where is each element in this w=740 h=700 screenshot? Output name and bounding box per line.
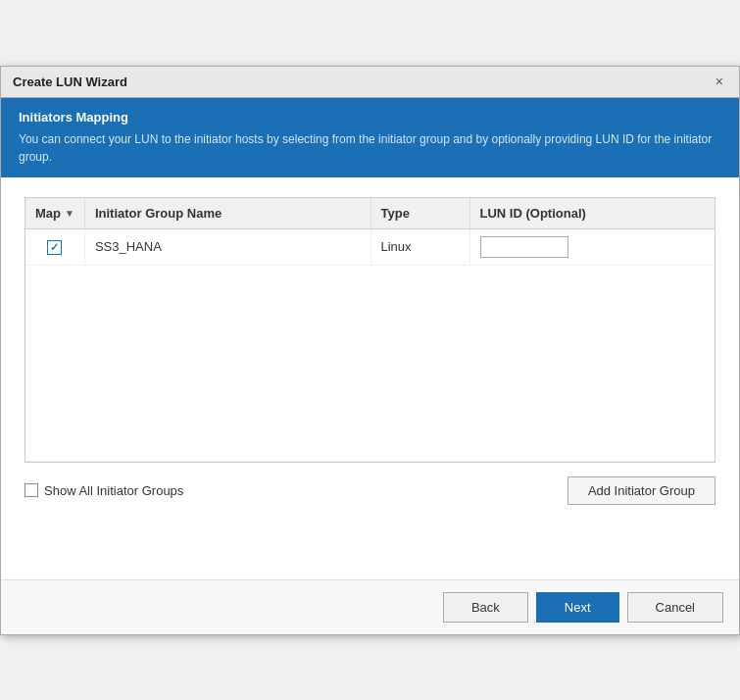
- map-dropdown-arrow[interactable]: ▼: [65, 208, 74, 219]
- dialog-footer: Back Next Cancel: [1, 579, 739, 634]
- empty-row: [25, 265, 715, 461]
- initiator-type: Linux: [370, 228, 469, 265]
- close-button[interactable]: ×: [712, 75, 727, 88]
- initiator-table: Map ▼ Initiator Group Name Type LUN ID (…: [25, 198, 715, 462]
- col-initiator-name: Initiator Group Name: [84, 198, 370, 229]
- show-all-label[interactable]: Show All Initiator Groups: [25, 483, 183, 498]
- add-initiator-button[interactable]: Add Initiator Group: [567, 476, 715, 505]
- next-button[interactable]: Next: [536, 592, 619, 623]
- map-checkbox[interactable]: [47, 240, 62, 255]
- create-lun-wizard: Create LUN Wizard × Initiators Mapping Y…: [0, 66, 740, 635]
- back-button[interactable]: Back: [443, 592, 528, 623]
- lun-id-input[interactable]: [480, 236, 568, 258]
- cancel-button[interactable]: Cancel: [627, 592, 723, 623]
- info-banner: Initiators Mapping You can connect your …: [1, 98, 739, 177]
- show-all-checkbox[interactable]: [25, 483, 38, 497]
- initiator-table-container: Map ▼ Initiator Group Name Type LUN ID (…: [25, 197, 715, 463]
- table-header-row: Map ▼ Initiator Group Name Type LUN ID (…: [25, 198, 715, 229]
- banner-title: Initiators Mapping: [19, 110, 721, 125]
- empty-cell: [25, 265, 715, 461]
- map-checkbox-cell: [25, 228, 84, 265]
- content-area: Map ▼ Initiator Group Name Type LUN ID (…: [1, 177, 739, 579]
- show-all-text: Show All Initiator Groups: [44, 483, 183, 498]
- map-col-label: Map: [35, 206, 61, 221]
- dialog-title: Create LUN Wizard: [13, 75, 127, 89]
- title-bar: Create LUN Wizard ×: [1, 67, 739, 98]
- col-type: Type: [370, 198, 469, 229]
- col-lun-id: LUN ID (Optional): [469, 198, 715, 229]
- lun-id-cell: [469, 228, 715, 265]
- col-map: Map ▼: [25, 198, 84, 229]
- bottom-row: Show All Initiator Groups Add Initiator …: [25, 476, 715, 505]
- initiator-group-name: SS3_HANA: [84, 228, 370, 265]
- banner-description: You can connect your LUN to the initiato…: [19, 130, 721, 166]
- table-row: SS3_HANA Linux: [25, 228, 715, 265]
